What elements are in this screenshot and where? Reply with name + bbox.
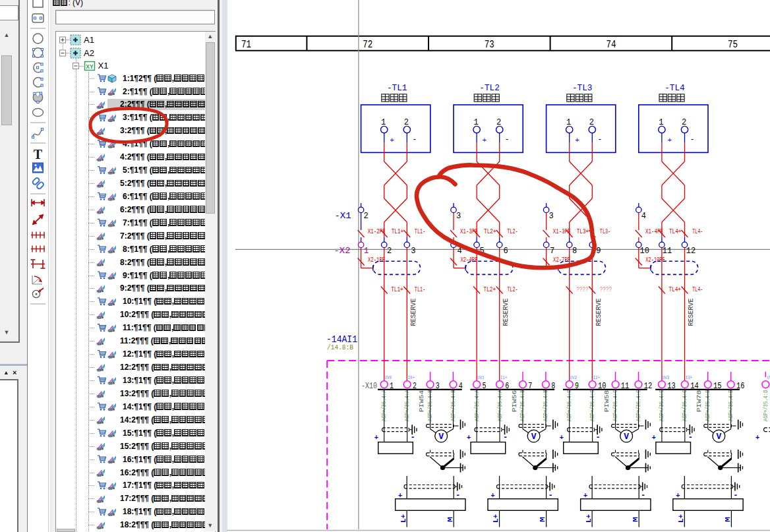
svg-text:I3+: I3+: [686, 375, 693, 380]
svg-text:????: ????: [576, 286, 589, 293]
svg-text:TL3-: TL3-: [600, 228, 611, 235]
svg-text:TL1+: TL1+: [392, 228, 404, 235]
svg-text:M: M: [632, 517, 639, 522]
svg-text:-: -: [503, 433, 508, 442]
svg-text:-TL4: -TL4: [665, 83, 685, 93]
svg-text:-TL1: -TL1: [387, 83, 407, 93]
svg-text:7: 7: [550, 247, 554, 256]
svg-text:M: M: [446, 517, 454, 522]
svg-text:TL1+: TL1+: [391, 286, 403, 293]
svg-text:-: -: [597, 135, 602, 144]
svg-text:L+: L+: [492, 514, 500, 523]
svg-text:TL1-: TL1-: [415, 286, 426, 293]
svg-text:PIW70: PIW70: [696, 390, 703, 412]
svg-text:TL2+: TL2+: [484, 228, 496, 235]
svg-text:11: 11: [663, 247, 672, 256]
svg-text:V: V: [531, 432, 537, 442]
svg-text:M: M: [539, 517, 547, 522]
svg-text:RESERVE: RESERVE: [409, 299, 417, 326]
svg-text:9: 9: [596, 247, 601, 256]
svg-text:TL4-: TL4-: [692, 286, 703, 293]
svg-text:V: V: [438, 432, 444, 442]
svg-text:71: 71: [241, 39, 251, 51]
svg-text:UV2: UV2: [570, 375, 578, 380]
svg-text:TL3+: TL3+: [577, 228, 589, 235]
svg-text:-: -: [596, 433, 601, 442]
svg-text:+: +: [755, 434, 760, 442]
svg-text:AGP+/35.4:D: AGP+/35.4:D: [763, 390, 769, 422]
svg-text:12: 12: [686, 247, 696, 256]
svg-text:X1-2PE: X1-2PE: [368, 228, 386, 235]
svg-text:+: +: [559, 434, 564, 442]
svg-text:TL1-: TL1-: [415, 228, 426, 235]
svg-text:-TL3: -TL3: [572, 83, 593, 93]
svg-text:UV: UV: [767, 375, 770, 380]
svg-text:2: 2: [387, 247, 392, 256]
svg-text:L+: L+: [585, 514, 593, 523]
svg-text:TL2-: TL2-: [507, 286, 518, 293]
svg-text:I2+: I2+: [593, 375, 600, 380]
svg-text:-: -: [688, 433, 693, 442]
svg-text:TL4+: TL4+: [668, 286, 681, 293]
svg-text:V: V: [716, 432, 721, 442]
svg-text:1: 1: [364, 247, 369, 256]
svg-text:PIW56: PIW56: [511, 390, 518, 412]
svg-text:+: +: [374, 434, 378, 442]
svg-text:/14.8:B: /14.8:B: [327, 343, 353, 351]
svg-text:PIW54: PIW54: [418, 390, 425, 412]
svg-text:74: 74: [606, 39, 616, 51]
svg-text:RESERVE: RESERVE: [502, 299, 510, 326]
svg-text:X1-4PE: X1-4PE: [645, 228, 663, 235]
svg-text:+: +: [652, 434, 657, 442]
svg-text:-: -: [690, 135, 694, 144]
svg-text:+: +: [667, 136, 672, 144]
svg-text:4: 4: [641, 212, 646, 221]
svg-text:+: +: [467, 434, 471, 442]
svg-text:X1-3PE: X1-3PE: [460, 228, 478, 235]
svg-text:6: 6: [504, 247, 508, 256]
svg-text:+: +: [390, 136, 394, 144]
svg-text:3: 3: [411, 247, 415, 256]
svg-text:10: 10: [640, 247, 649, 256]
svg-text:UV1: UV1: [477, 375, 485, 380]
svg-text:+: +: [575, 136, 579, 144]
svg-text:-X2: -X2: [334, 246, 351, 256]
svg-text:TL2-: TL2-: [507, 228, 518, 235]
svg-text:RESERVE: RESERVE: [595, 299, 603, 326]
svg-text:PIW58: PIW58: [603, 390, 610, 412]
svg-text:+: +: [483, 136, 487, 144]
svg-text:-X10: -X10: [361, 381, 377, 391]
svg-text:75: 75: [728, 39, 738, 51]
svg-text:73: 73: [485, 39, 494, 51]
svg-text:L+: L+: [400, 514, 407, 523]
svg-text:3: 3: [456, 212, 461, 221]
svg-text:TL2+: TL2+: [484, 286, 496, 293]
svg-text:TL4+: TL4+: [669, 228, 682, 235]
svg-text:I1+: I1+: [500, 375, 508, 380]
svg-text:-TL2: -TL2: [479, 83, 500, 93]
svg-text:-: -: [505, 135, 510, 144]
svg-text:UV0: UV0: [385, 375, 392, 380]
svg-text:8: 8: [572, 247, 577, 256]
svg-text:RESERVE: RESERVE: [687, 299, 695, 326]
svg-text:-X1: -X1: [335, 211, 351, 221]
svg-text:-14AI1: -14AI1: [326, 335, 357, 345]
svg-text:M: M: [724, 517, 732, 522]
svg-text:X1-3PE: X1-3PE: [553, 228, 571, 235]
svg-text:L+: L+: [677, 514, 685, 523]
svg-text:UV3: UV3: [663, 375, 670, 380]
svg-text:V: V: [624, 432, 629, 442]
svg-text:-: -: [412, 135, 417, 144]
svg-text:72: 72: [363, 39, 372, 51]
svg-text:3: 3: [548, 212, 553, 221]
svg-text:????: ????: [600, 286, 612, 293]
svg-text:I0+: I0+: [407, 375, 415, 380]
svg-text:TL4-: TL4-: [692, 228, 703, 235]
svg-text:-: -: [411, 433, 415, 442]
svg-text:2: 2: [363, 212, 368, 221]
